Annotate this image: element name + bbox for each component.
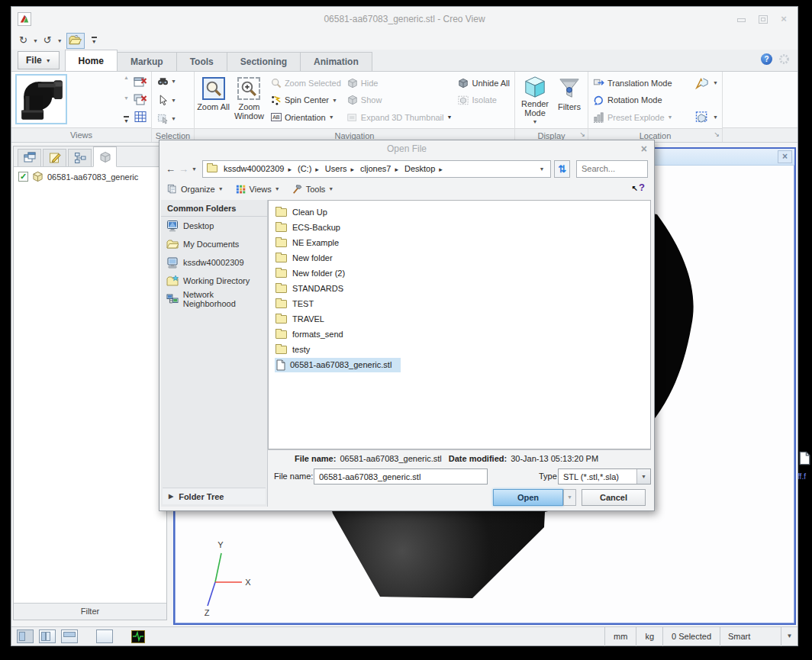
open-file-button[interactable] [66, 33, 85, 49]
file-list-item[interactable]: STANDARDS [269, 281, 650, 296]
breadcrumb[interactable]: kssdw40002309 (C:) Users cljones7 Deskto… [202, 160, 551, 178]
organize-menu[interactable]: Organize▼ [167, 184, 224, 195]
sidebar-item-my-documents[interactable]: My Documents [161, 235, 267, 253]
minimize-button[interactable] [736, 14, 746, 23]
tab-groups-panel[interactable] [68, 149, 92, 166]
view-up-icon[interactable]: ▲ [124, 75, 129, 80]
cancel-button[interactable]: Cancel [582, 489, 646, 506]
tab-model-structure[interactable] [93, 146, 117, 167]
context-help-icon[interactable]: ? [632, 182, 645, 193]
tools-menu[interactable]: Tools▼ [292, 184, 334, 195]
file-list-item[interactable]: NE Example [269, 235, 650, 250]
breadcrumb-user[interactable]: cljones7 [359, 164, 403, 173]
unhide-all-button[interactable]: Unhide All [458, 75, 510, 91]
new-view-icon[interactable] [132, 75, 148, 89]
file-name-input[interactable] [314, 468, 488, 485]
sidebar-item-working-directory[interactable]: Working Directory [161, 272, 267, 290]
help-icon[interactable]: ? [761, 53, 772, 65]
zoom-selected-button[interactable]: Zoom Selected [271, 75, 341, 91]
desktop-shortcut-icon[interactable] [799, 451, 810, 468]
rotation-mode-button[interactable]: Rotation Mode [593, 92, 689, 108]
desktop-shortcut-label[interactable]: ff.f [798, 472, 806, 481]
forward-icon[interactable]: → [179, 163, 188, 175]
expand-3d-thumbnail-button[interactable]: Expand 3D Thumbnail▼ [347, 109, 453, 125]
file-list-item[interactable]: TRAVEL [269, 311, 650, 327]
open-button[interactable]: Open [493, 489, 563, 506]
translation-mode-button[interactable]: Translation Mode [593, 75, 689, 91]
file-list-item[interactable]: testy [269, 342, 650, 357]
render-mode-button[interactable]: Render Mode▼ [517, 73, 553, 127]
file-list-item[interactable]: TEST [269, 296, 650, 311]
file-list-item-selected[interactable]: 06581-aa67083_generic.stl [269, 357, 650, 372]
view-more-icon[interactable]: ▼ [124, 116, 129, 124]
breadcrumb-users[interactable]: Users [324, 164, 359, 173]
history-dropdown-icon[interactable]: ▼ [192, 166, 197, 172]
close-button[interactable]: × [779, 14, 788, 23]
viewport-close-icon[interactable]: × [778, 150, 792, 163]
select-mode-button[interactable]: ▼ [155, 92, 191, 109]
refresh-icon[interactable]: ⇅ [554, 160, 570, 178]
tab-markups-panel[interactable] [43, 149, 66, 166]
reset-location-button[interactable]: ▼ [695, 109, 718, 125]
units-mass[interactable]: kg [636, 627, 662, 646]
sidebar-item-network[interactable]: Network Neighborhood [161, 290, 267, 308]
units-length[interactable]: mm [604, 627, 636, 646]
orientation-button[interactable]: ABOrientation▼ [271, 109, 341, 125]
sidebar-item-desktop[interactable]: Desktop [161, 217, 267, 235]
file-list-item[interactable]: formats_send [269, 327, 650, 342]
breadcrumb-computer[interactable]: kssdw40002309 [223, 164, 296, 173]
layout-left-pane-button[interactable] [17, 629, 34, 643]
view-down-icon[interactable]: ▼ [124, 95, 129, 101]
file-list-item[interactable]: New folder [269, 250, 650, 266]
gear-icon[interactable] [778, 53, 790, 65]
redo-icon[interactable]: ↻ [18, 34, 29, 47]
views-menu[interactable]: Views▼ [236, 184, 280, 195]
undo-dropdown-icon[interactable]: ▼ [56, 38, 64, 43]
tab-views-panel[interactable] [18, 149, 41, 166]
model-thumbnail[interactable] [15, 74, 67, 124]
tree-item[interactable]: 06581-aa67083_generic [18, 171, 162, 182]
tab-sectioning[interactable]: Sectioning [227, 52, 301, 71]
file-list[interactable]: Clean Up ECS-Backup NE Example New folde… [268, 200, 651, 449]
checkbox-checked-icon[interactable] [18, 172, 28, 182]
drag-component-button[interactable]: ▼ [695, 75, 718, 91]
layout-single-pane-button[interactable] [96, 629, 113, 643]
breadcrumb-desktop[interactable]: Desktop [404, 164, 447, 173]
file-menu-button[interactable]: File▼ [18, 51, 60, 69]
tab-tools[interactable]: Tools [176, 52, 227, 71]
filters-button[interactable]: Filters [554, 73, 585, 127]
folder-tree-expander[interactable]: ▶Folder Tree [163, 488, 266, 504]
view-gallery-icon[interactable] [132, 110, 148, 124]
tab-markup[interactable]: Markup [117, 52, 177, 71]
file-list-item[interactable]: New folder (2) [269, 266, 650, 281]
preset-explode-button[interactable]: Preset Explode▼ [593, 109, 689, 125]
file-type-select[interactable]: STL (*.stl,*.sla) ▼ [558, 468, 651, 485]
layout-split-pane-button[interactable] [39, 629, 56, 643]
file-list-item[interactable]: Clean Up [269, 204, 650, 220]
undo-icon[interactable]: ↺ [42, 34, 53, 47]
performance-monitor-icon[interactable] [131, 630, 145, 643]
file-list-item[interactable]: ECS-Backup [269, 220, 650, 235]
search-input[interactable] [576, 160, 648, 178]
delete-view-icon[interactable] [132, 92, 148, 106]
chevron-down-icon[interactable]: ▼ [781, 627, 798, 646]
tab-home[interactable]: Home [65, 50, 118, 71]
redo-dropdown-icon[interactable]: ▼ [31, 38, 40, 43]
isolate-button[interactable]: Isolate [458, 92, 510, 108]
show-button[interactable]: Show [347, 92, 453, 108]
customize-toolbar-icon[interactable]: ▼ [92, 37, 97, 45]
spin-center-button[interactable]: Spin Center▼ [271, 92, 341, 108]
zoom-window-button[interactable]: Zoom Window [231, 73, 267, 127]
open-options-icon[interactable]: ▼ [563, 489, 576, 506]
dialog-title-bar[interactable]: Open File × [160, 140, 654, 158]
path-dropdown-icon[interactable]: ▼ [536, 166, 546, 172]
sidebar-item-computer[interactable]: kssdw40002309 [161, 253, 267, 272]
selection-mode-combo[interactable]: Smart ▼ [720, 627, 798, 646]
filter-bar[interactable]: Filter [14, 603, 166, 620]
layout-top-pane-button[interactable] [61, 629, 78, 643]
maximize-button[interactable] [758, 14, 767, 23]
select-options-button[interactable]: ▼ [155, 110, 191, 127]
chevron-down-icon[interactable]: ▼ [636, 469, 650, 484]
location-dialog-launcher-icon[interactable]: ↘ [714, 130, 720, 138]
search-select-button[interactable]: ▼ [155, 72, 191, 90]
